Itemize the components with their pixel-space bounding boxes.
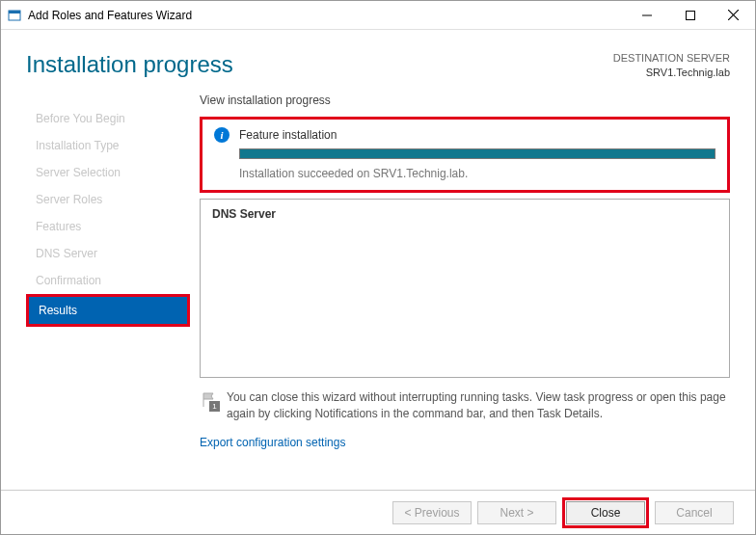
feature-list: DNS Server (200, 199, 730, 378)
info-icon: i (214, 127, 230, 143)
installation-message: Installation succeeded on SRV1.Technig.l… (239, 167, 716, 180)
notifications-count-badge: 1 (209, 401, 220, 412)
svg-rect-1 (9, 11, 20, 13)
page-title: Installation progress (26, 51, 233, 80)
svg-rect-3 (686, 11, 694, 19)
progress-bar (239, 148, 716, 159)
installation-status-box: i Feature installation Installation succ… (200, 117, 730, 193)
minimize-button[interactable] (625, 1, 668, 30)
wizard-main: View installation progress i Feature ins… (200, 86, 730, 451)
step-confirmation: Confirmation (26, 267, 190, 294)
step-server-roles: Server Roles (26, 186, 190, 213)
step-dns-server: DNS Server (26, 240, 190, 267)
window-titlebar: Add Roles and Features Wizard (1, 1, 755, 30)
cancel-button: Cancel (655, 501, 734, 524)
close-button[interactable]: Close (566, 501, 645, 524)
wizard-footer: < Previous Next > Close Cancel (1, 490, 755, 534)
step-before-you-begin: Before You Begin (26, 105, 190, 132)
hint-text: You can close this wizard without interr… (227, 389, 730, 423)
installation-title: Feature installation (239, 128, 337, 142)
wizard-header: Installation progress DESTINATION SERVER… (1, 30, 755, 86)
feature-item: DNS Server (212, 207, 717, 221)
window-title: Add Roles and Features Wizard (28, 9, 625, 22)
destination-info: DESTINATION SERVER SRV1.Technig.lab (613, 51, 730, 80)
app-icon (7, 8, 22, 23)
step-server-selection: Server Selection (26, 159, 190, 186)
destination-label: DESTINATION SERVER (613, 51, 730, 66)
hint-row: 1 You can close this wizard without inte… (200, 389, 730, 423)
main-subtitle: View installation progress (200, 94, 730, 107)
step-installation-type: Installation Type (26, 132, 190, 159)
export-settings-link[interactable]: Export configuration settings (200, 436, 345, 449)
previous-button: < Previous (392, 501, 472, 524)
close-window-button[interactable] (712, 1, 755, 30)
destination-server: SRV1.Technig.lab (613, 66, 730, 80)
step-features: Features (26, 213, 190, 240)
maximize-button[interactable] (668, 1, 712, 30)
next-button: Next > (477, 501, 556, 524)
wizard-sidebar: Before You Begin Installation Type Serve… (26, 86, 190, 451)
step-results[interactable]: Results (29, 297, 187, 324)
notifications-flag-icon: 1 (200, 391, 217, 409)
